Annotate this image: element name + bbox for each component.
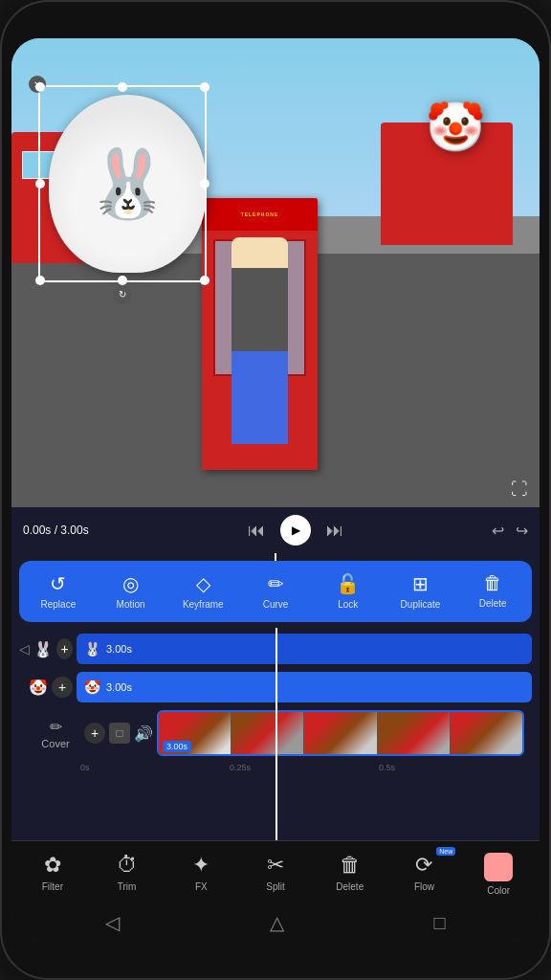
color-tool[interactable]: Color: [461, 849, 536, 900]
skip-back-button[interactable]: ⏮: [248, 521, 265, 541]
film-frame-5: [451, 712, 522, 754]
new-badge: New: [436, 847, 455, 856]
street-scene: TELEPHONE 🐰 🤡 ✕: [11, 38, 540, 507]
fx-tool[interactable]: ✦ FX: [164, 849, 238, 900]
cover-label: Cover: [41, 738, 69, 749]
split-tool[interactable]: ✂ Split: [238, 849, 313, 900]
split-icon: ✂: [267, 853, 284, 878]
delete-bottom-icon: 🗑: [340, 853, 361, 878]
clown-track-clip[interactable]: 🤡 3.00s: [77, 672, 532, 702]
main-track-row: ✏ Cover + □ 🔊: [19, 708, 532, 758]
time-display: 0.00s / 3.00s: [23, 523, 99, 537]
flow-tool[interactable]: New ⟳ Flow: [387, 849, 462, 900]
motion-label: Motion: [117, 599, 145, 611]
handle-middle-left[interactable]: [35, 179, 45, 189]
fx-label: FX: [195, 881, 208, 892]
timeline-tracks: ◁ 🐰 + 🐰 3.00s 🤡 +: [11, 628, 540, 781]
filter-icon: ✿: [44, 853, 61, 878]
tool-replace[interactable]: ↺ Replace: [23, 568, 94, 614]
delete-tool[interactable]: 🗑 Delete: [313, 849, 387, 900]
bottom-panel: 0.00s / 3.00s ⏮ ▶ ⏭ ↩ ↪ ↺ Replace: [11, 507, 540, 942]
filter-tool[interactable]: ✿ Filter: [15, 849, 90, 900]
home-nav-button[interactable]: △: [270, 911, 284, 934]
replace-label: Replace: [41, 599, 77, 611]
filter-label: Filter: [42, 881, 63, 892]
motion-icon: ◎: [122, 572, 139, 595]
lock-icon: 🔓: [336, 572, 360, 595]
video-filmstrip[interactable]: 3.00s: [157, 710, 524, 756]
pencil-icon: ✏: [50, 718, 62, 736]
phone-shell: TELEPHONE 🐰 🤡 ✕: [0, 0, 551, 980]
replace-icon: ↺: [50, 572, 66, 595]
phone-screen: TELEPHONE 🐰 🤡 ✕: [11, 38, 540, 942]
ruler-0s: 0s: [80, 763, 230, 772]
film-frame-2: [231, 712, 304, 754]
bunny-duration: 3.00s: [106, 643, 132, 655]
duplicate-label: Duplicate: [401, 599, 441, 611]
timeline-ruler: 0s 0.25s 0.5s: [19, 758, 532, 777]
film-frame-3: [304, 712, 377, 754]
flow-label: Flow: [414, 881, 434, 892]
flow-icon: ⟳: [415, 853, 432, 878]
lock-label: Lock: [338, 599, 358, 611]
color-swatch[interactable]: [484, 853, 513, 881]
keyframe-icon: ◇: [196, 572, 210, 595]
tool-duplicate[interactable]: ⊞ Duplicate: [386, 568, 456, 614]
undo-button[interactable]: ↩: [492, 522, 504, 540]
sticker-toolbar: ↺ Replace ◎ Motion ◇ Keyframe ✏ Curve 🔓: [19, 561, 532, 622]
tool-motion[interactable]: ◎ Motion: [96, 568, 166, 614]
redo-button[interactable]: ↪: [516, 522, 528, 540]
ruler-025s: 0.25s: [230, 763, 379, 772]
rotate-handle[interactable]: ↻: [113, 285, 132, 304]
delete-bottom-label: Delete: [336, 881, 364, 892]
handle-bottom-right[interactable]: [200, 276, 209, 285]
track-row-clown: 🤡 + 🤡 3.00s: [19, 670, 532, 704]
delete-icon: 🗑: [483, 572, 502, 594]
clown-duration: 3.00s: [106, 681, 132, 693]
handle-bottom-left[interactable]: [35, 276, 45, 285]
bottom-toolbar: ✿ Filter ⏱ Trim ✦ FX ✂ Split 🗑 Delete: [11, 840, 540, 903]
tool-delete[interactable]: 🗑 Delete: [457, 568, 528, 614]
curve-icon: ✏: [268, 572, 284, 595]
add-main-track-button[interactable]: +: [84, 723, 105, 744]
duplicate-icon: ⊞: [412, 572, 429, 595]
play-button[interactable]: ▶: [280, 515, 311, 546]
film-frame-4: [378, 712, 451, 754]
playback-bar: 0.00s / 3.00s ⏮ ▶ ⏭ ↩ ↪: [11, 507, 540, 553]
tool-keyframe[interactable]: ◇ Keyframe: [167, 568, 238, 614]
sticker-clown: 🤡: [391, 57, 518, 198]
color-label: Color: [487, 885, 510, 896]
trim-icon: ⏱: [117, 853, 138, 878]
ruler-05s: 0.5s: [379, 763, 528, 772]
handle-middle-right[interactable]: [200, 179, 209, 189]
undo-redo-controls: ↩ ↪: [492, 522, 528, 540]
handle-top-left[interactable]: [35, 82, 45, 92]
selection-box[interactable]: ✕ ↻: [38, 85, 208, 282]
tool-curve[interactable]: ✏ Curve: [240, 568, 311, 614]
add-track-button[interactable]: +: [56, 638, 73, 659]
video-preview: TELEPHONE 🐰 🤡 ✕: [11, 38, 540, 507]
add-clown-track-button[interactable]: +: [52, 677, 73, 698]
curve-label: Curve: [263, 599, 289, 611]
trim-tool[interactable]: ⏱ Trim: [90, 849, 165, 900]
handle-bottom-middle[interactable]: [118, 276, 127, 285]
skip-forward-button[interactable]: ⏭: [326, 521, 343, 541]
clip-time-label: 3.00s: [163, 741, 191, 752]
keyframe-label: Keyframe: [183, 599, 224, 611]
split-label: Split: [266, 881, 284, 892]
phone-notch: [218, 8, 333, 25]
playback-controls: ⏮ ▶ ⏭: [107, 515, 484, 546]
track-row-bunny: ◁ 🐰 + 🐰 3.00s: [19, 632, 532, 666]
recent-nav-button[interactable]: □: [434, 912, 446, 934]
timeline: ◁ 🐰 + 🐰 3.00s 🤡 +: [11, 628, 540, 840]
fullscreen-button[interactable]: ⛶: [511, 479, 528, 500]
volume-icon: 🔊: [134, 724, 153, 743]
tool-lock[interactable]: 🔓 Lock: [313, 568, 384, 614]
fx-icon: ✦: [192, 853, 209, 878]
home-bar: ◁ △ □: [11, 903, 540, 942]
delete-label: Delete: [479, 598, 507, 610]
handle-top-middle[interactable]: [118, 82, 127, 92]
back-nav-button[interactable]: ◁: [105, 911, 120, 934]
bunny-track-clip[interactable]: 🐰 3.00s: [77, 634, 532, 664]
trim-label: Trim: [118, 881, 137, 892]
